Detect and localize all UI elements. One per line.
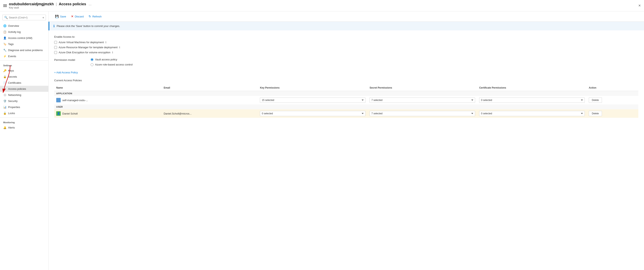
app-cert-permissions-select[interactable]: 0 selected — [479, 97, 585, 103]
secrets-icon: 🔒 — [3, 75, 6, 78]
sidebar-item-label: Overview — [8, 24, 19, 27]
close-button[interactable]: × — [638, 3, 641, 8]
sidebar-item-label: Properties — [8, 106, 20, 109]
sidebar-item-label: Keys — [8, 69, 14, 72]
arm-info-icon[interactable]: ℹ — [119, 46, 120, 49]
rbac-radio-row: Azure role-based access control — [90, 63, 133, 66]
table-section: Current Access Policies Name Email Key P… — [48, 79, 644, 123]
vm-info-icon[interactable]: ℹ — [106, 41, 106, 44]
arm-checkbox[interactable] — [54, 46, 57, 49]
sidebar-item-events[interactable]: ⚡ Events — [0, 53, 48, 59]
sidebar-item-alerts[interactable]: 🔔 Alerts — [0, 124, 48, 130]
user-delete-button[interactable]: Delete — [589, 111, 602, 116]
sidebar-item-properties[interactable]: 📊 Properties — [0, 104, 48, 110]
sidebar-item-label: Diagnose and solve problems — [8, 49, 43, 52]
user-section-label: USER — [54, 104, 638, 109]
app-cert-perm-cell: 0 selected — [477, 96, 587, 104]
user-action-cell: Delete — [587, 109, 638, 118]
search-input[interactable] — [9, 16, 40, 19]
col-name: Name — [54, 85, 162, 91]
sidebar-item-access-policies[interactable]: ≡ Access policies — [0, 86, 48, 92]
search-box[interactable]: 🔍 « — [2, 15, 46, 20]
sidebar-item-label: Locks — [8, 112, 15, 115]
application-section-row: APPLICATION — [54, 91, 638, 96]
vm-checkbox[interactable] — [54, 41, 57, 44]
disk-info-icon[interactable]: ℹ — [112, 51, 113, 54]
sidebar-item-security[interactable]: 🛡️ Security — [0, 98, 48, 104]
vault-radio[interactable] — [90, 58, 94, 61]
diagnose-icon: 🔧 — [3, 48, 6, 52]
discard-icon: ✕ — [71, 15, 74, 18]
sidebar-item-secrets[interactable]: 🔒 Secrets — [0, 74, 48, 80]
hamburger-icon[interactable] — [3, 5, 7, 7]
sidebar-item-label: Security — [8, 99, 18, 103]
rbac-radio-label: Azure role-based access control — [95, 63, 133, 66]
sidebar-item-access-control[interactable]: 👤 Access control (IAM) — [0, 35, 48, 41]
col-cert-permissions: Certificate Permissions — [477, 85, 587, 91]
sidebar-item-certificates[interactable]: 📄 Certificates — [0, 80, 48, 86]
disk-checkbox[interactable] — [54, 51, 57, 54]
sidebar-item-activity-log[interactable]: 📋 Activity log — [0, 29, 48, 35]
user-cert-permissions-select[interactable]: 0 selected — [479, 111, 585, 116]
table-title: Current Access Policies — [54, 79, 638, 82]
rbac-radio[interactable] — [90, 63, 94, 66]
sidebar-item-locks[interactable]: 🔓 Locks — [0, 110, 48, 116]
sidebar-item-diagnose[interactable]: 🔧 Diagnose and solve problems — [0, 47, 48, 53]
col-key-permissions: Key Permissions — [258, 85, 368, 91]
user-key-permissions-select[interactable]: 0 selected — [260, 111, 366, 116]
policies-table: Name Email Key Permissions Secret Permis… — [54, 85, 638, 118]
arm-checkbox-label: Azure Resource Manager for template depl… — [59, 46, 118, 49]
sidebar-item-label: Networking — [8, 93, 21, 96]
enable-access-label: Enable Access to: — [54, 35, 638, 38]
certificates-icon: 📄 — [3, 81, 6, 84]
table-row-user: 👤 Daniel Scholl Daniel.Scholl@micros... … — [54, 109, 638, 118]
divider-settings — [0, 60, 48, 61]
app-secret-permissions-select[interactable]: 7 selected — [370, 97, 475, 103]
app-name: osdubuildercaidjmgjmzkh — [9, 2, 54, 6]
content-area: 💾 Save ✕ Discard ↻ Refresh ℹ Please clic… — [48, 11, 644, 270]
title-ellipsis[interactable]: ... — [88, 2, 92, 6]
disk-checkbox-row: Azure Disk Encryption for volume encrypt… — [54, 51, 638, 54]
sidebar-item-overview[interactable]: 🌐 Overview — [0, 23, 48, 29]
app-icon — [56, 98, 61, 102]
networking-icon: ⬡ — [3, 93, 6, 96]
sidebar-item-tags[interactable]: 🏷️ Tags — [0, 41, 48, 47]
app-key-permissions-select[interactable]: 15 selected — [260, 97, 366, 103]
keys-icon: 🔑 — [3, 69, 6, 72]
vm-checkbox-row: Azure Virtual Machines for deployment ℹ — [54, 41, 638, 44]
toolbar: 💾 Save ✕ Discard ↻ Refresh — [48, 11, 644, 22]
title-separator: | — [56, 2, 57, 6]
table-row-app: self-managed-osdu-... 15 selected — [54, 96, 638, 104]
title-bar: osdubuildercaidjmgjmzkh | Access policie… — [0, 0, 644, 11]
app-key-perm-cell: 15 selected — [258, 96, 368, 104]
settings-section-label: Settings — [0, 62, 48, 68]
app-name-text: self-managed-osdu-... — [62, 99, 88, 102]
user-key-perm-cell: 0 selected — [258, 109, 368, 118]
col-action: Action — [587, 85, 638, 91]
app-delete-button[interactable]: Delete — [589, 97, 602, 103]
refresh-button[interactable]: ↻ Refresh — [86, 13, 104, 20]
sidebar-item-label: Activity log — [8, 30, 21, 34]
app-secret-perm-cell: 7 selected — [368, 96, 477, 104]
radio-group: Vault access policy Azure role-based acc… — [90, 58, 133, 66]
save-button[interactable]: 💾 Save — [52, 13, 68, 20]
user-icon: 👤 — [56, 111, 61, 116]
properties-icon: 📊 — [3, 105, 6, 109]
save-label: Save — [60, 15, 66, 18]
access-control-icon: 👤 — [3, 36, 6, 40]
user-name-text: Daniel Scholl — [62, 112, 78, 115]
sidebar-item-keys[interactable]: 🔑 Keys — [0, 68, 48, 74]
discard-button[interactable]: ✕ Discard — [68, 13, 86, 20]
sidebar-item-label: Access policies — [8, 87, 26, 90]
info-message: Please click the 'Save' button to commit… — [57, 25, 120, 28]
add-policy-link[interactable]: + Add Access Policy — [54, 71, 78, 74]
sidebar-item-label: Secrets — [8, 75, 17, 78]
col-secret-permissions: Secret Permissions — [368, 85, 477, 91]
sidebar-item-networking[interactable]: ⬡ Networking — [0, 92, 48, 98]
application-section-label: APPLICATION — [54, 91, 638, 96]
title-subtitle: Key vault — [9, 6, 92, 9]
collapse-button[interactable]: « — [42, 16, 44, 19]
events-icon: ⚡ — [3, 55, 6, 58]
user-secret-permissions-select[interactable]: 7 selected — [370, 111, 475, 116]
sidebar: 🔍 « 🌐 Overview 📋 Activity log 👤 Access c… — [0, 11, 48, 270]
